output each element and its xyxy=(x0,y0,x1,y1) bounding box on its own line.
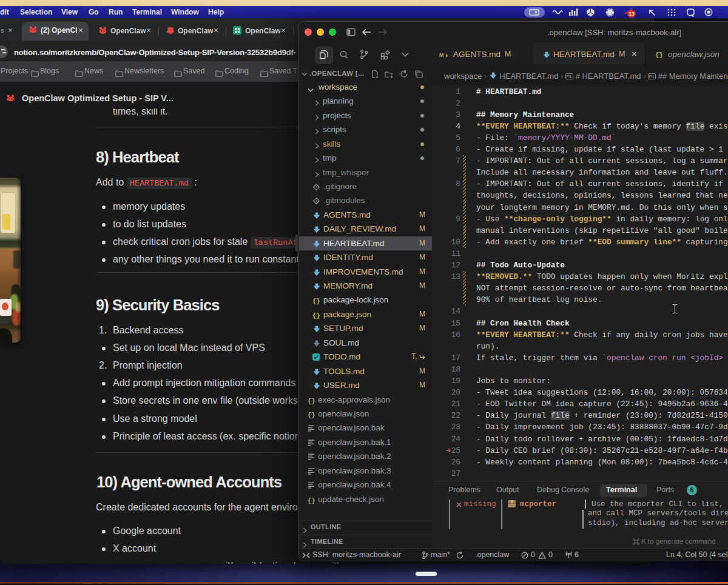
svg-text:{}: {} xyxy=(308,496,315,504)
svg-text:{}: {} xyxy=(312,298,320,305)
svg-text:{}: {} xyxy=(655,52,663,59)
svg-text:{}: {} xyxy=(308,397,315,404)
svg-text:M: M xyxy=(439,52,444,58)
svg-text:{}: {} xyxy=(308,411,315,418)
svg-text:{}: {} xyxy=(312,312,320,319)
